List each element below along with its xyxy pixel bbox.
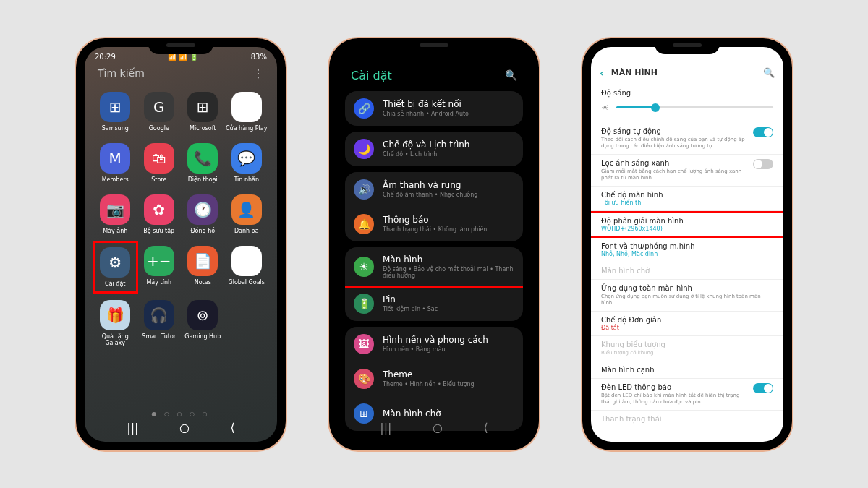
settings-item-theme[interactable]: 🎨ThemeTheme • Hình nền • Biểu tượng [345, 361, 523, 396]
search-icon[interactable]: 🔍 [763, 67, 775, 78]
brightness-slider[interactable] [616, 106, 773, 108]
display-title: MÀN HÌNH [611, 68, 658, 77]
settings-icon: ☀ [354, 257, 374, 277]
app-label: Microsoft [190, 125, 216, 132]
app-tin-nhắn[interactable]: 💬Tin nhắn [225, 139, 269, 187]
app-label: Global Goals [229, 279, 265, 286]
settings-label: Màn hình [383, 254, 514, 265]
app-quà-tặng-galaxy[interactable]: 🎁Quà tặng Galaxy [93, 296, 137, 351]
app-máy-ảnh[interactable]: 📷Máy ảnh [93, 190, 137, 239]
back-icon[interactable]: ‹ [600, 67, 604, 79]
app-icon: 🛍 [144, 143, 174, 174]
status-bar-option[interactable]: Thanh trạng thái [591, 411, 783, 427]
settings-icon: 🔋 [354, 294, 374, 314]
simple-mode[interactable]: Chế độ Đơn giản Đã tắt [591, 312, 783, 336]
app-samsung[interactable]: ⊞Samsung [93, 87, 137, 136]
settings-sub: Chia sẻ nhanh • Android Auto [383, 111, 514, 117]
app-label: Smart Tutor [142, 333, 176, 340]
nav-home[interactable]: ○ [433, 421, 443, 435]
nav-recents[interactable]: ||| [380, 421, 391, 435]
brightness-label: Độ sáng [601, 89, 773, 97]
app-global-goals[interactable]: ◉Global Goals [225, 241, 269, 293]
led-toggle[interactable] [753, 383, 773, 393]
app-gaming-hub[interactable]: ⊚Gaming Hub [181, 296, 225, 351]
settings-icon: 🔗 [354, 98, 374, 119]
phone-2: Cài đặt 🔍 🔗Thiết bị đã kết nốiChia sẻ nh… [329, 38, 539, 450]
font-zoom[interactable]: Font và thu/phóng m.hình Nhỏ, Nhỏ, Mặc đ… [591, 238, 783, 262]
app-smart-tutor[interactable]: 🎧Smart Tutor [137, 296, 182, 351]
app-máy-tính[interactable]: +−Máy tính [137, 241, 182, 293]
nav-bar: ||| ○ ⟨ [85, 418, 277, 437]
auto-brightness-toggle[interactable] [753, 127, 773, 137]
settings-header: Cài đặt 🔍 [338, 64, 530, 91]
app-label: Máy ảnh [103, 228, 127, 234]
app-microsoft[interactable]: ⊞Microsoft [181, 87, 225, 136]
app-label: Máy tính [146, 279, 171, 286]
settings-item-thông-báo[interactable]: 🔔Thông báoThanh trạng thái • Không làm p… [345, 207, 523, 241]
settings-label: Hình nền và phong cách [383, 335, 514, 345]
blue-light-filter[interactable]: Lọc ánh sáng xanh Giảm mỏi mắt bằng cách… [591, 155, 783, 187]
edge-screen[interactable]: Màn hình cạnh [591, 361, 783, 379]
app-icon: M [100, 143, 130, 174]
app-icon: 🕐 [187, 194, 218, 225]
phone-3: ‹ MÀN HÌNH 🔍 Độ sáng ☀ Độ sáng tự động T… [582, 38, 792, 450]
standby-screen[interactable]: Màn hình chờ [591, 262, 783, 280]
app-label: Quà tặng Galaxy [93, 333, 137, 346]
search-bar[interactable]: Tìm kiếm ⋮ [85, 62, 277, 87]
settings-item-âm-thanh-và-rung[interactable]: 🔊Âm thanh và rungChế độ âm thanh • Nhạc … [345, 172, 523, 207]
nav-recents[interactable]: ||| [127, 421, 138, 435]
settings-sub: Chế độ âm thanh • Nhạc chuông [383, 192, 514, 198]
app-icon: 📞 [187, 143, 218, 174]
settings-group: 🔊Âm thanh và rungChế độ âm thanh • Nhạc … [345, 172, 523, 241]
nav-back[interactable]: ⟨ [483, 421, 488, 435]
app-label: Cửa hàng Play [226, 125, 267, 132]
led-notification[interactable]: Đèn LED thông báo Bật đèn LED chỉ báo kh… [591, 379, 783, 411]
settings-icon: 🌙 [354, 139, 374, 159]
settings-item-chế-độ-và-lịch-trình[interactable]: 🌙Chế độ và Lịch trìnhChế độ • Lịch trình [345, 132, 523, 166]
auto-brightness[interactable]: Độ sáng tự động Theo dõi cách điều chỉnh… [591, 123, 783, 155]
app-label: Store [151, 176, 166, 183]
settings-item-thiết-bị-đã-kết-nối[interactable]: 🔗Thiết bị đã kết nốiChia sẻ nhanh • Andr… [345, 91, 523, 126]
app-điện-thoại[interactable]: 📞Điện thoại [181, 139, 225, 187]
settings-sub: Tiết kiệm pin • Sạc [383, 306, 514, 312]
phone-1: 20:29 📶 📶 🔋 83% Tìm kiếm ⋮ ⊞SamsungGGoog… [76, 38, 286, 450]
brightness-icon: ☀ [601, 103, 609, 113]
app-cài-đặt[interactable]: ⚙Cài đặt [93, 241, 137, 293]
settings-sub: Theme • Hình nền • Biểu tượng [383, 381, 514, 388]
app-store[interactable]: 🛍Store [137, 139, 182, 187]
screen-resolution[interactable]: Độ phân giải màn hình WQHD+(2960x1440) [591, 211, 783, 238]
app-icon: 📷 [100, 194, 130, 225]
app-members[interactable]: MMembers [93, 139, 137, 187]
app-google[interactable]: GGoogle [137, 87, 182, 136]
settings-group: 🔗Thiết bị đã kết nốiChia sẻ nhanh • Andr… [345, 91, 523, 126]
app-cửa-hàng-play[interactable]: ▶Cửa hàng Play [225, 87, 269, 136]
brightness-slider-row: ☀ [601, 97, 773, 119]
settings-item-hình-nền-và-phong-cách[interactable]: 🖼Hình nền và phong cáchHình nền • Bảng m… [345, 327, 523, 361]
app-label: Cài đặt [105, 281, 125, 287]
nav-home[interactable]: ○ [179, 421, 190, 435]
app-icon: G [144, 92, 174, 122]
settings-list: 🔗Thiết bị đã kết nốiChia sẻ nhanh • Andr… [338, 91, 530, 431]
nav-back[interactable]: ⟨ [230, 421, 234, 435]
settings-item-màn-hình[interactable]: ☀Màn hìnhĐộ sáng • Bảo vệ cho mắt thoải … [345, 247, 523, 288]
app-icon: 👤 [231, 194, 262, 225]
settings-icon: 🔊 [354, 179, 374, 200]
status-time: 20:29 [95, 53, 116, 61]
more-icon[interactable]: ⋮ [252, 67, 264, 80]
fullscreen-apps[interactable]: Ứng dụng toàn màn hình Chọn ứng dụng bạn… [591, 280, 783, 312]
app-notes[interactable]: 📄Notes [181, 241, 225, 293]
blue-light-toggle[interactable] [753, 159, 773, 169]
display-screen: ‹ MÀN HÌNH 🔍 Độ sáng ☀ Độ sáng tự động T… [591, 47, 783, 442]
app-icon: ⊚ [187, 300, 218, 330]
notch [655, 38, 720, 54]
settings-label: Thông báo [383, 215, 514, 225]
settings-label: Thiết bị đã kết nối [383, 99, 514, 109]
search-icon[interactable]: 🔍 [505, 69, 517, 81]
app-đồng-hồ[interactable]: 🕐Đồng hồ [181, 190, 225, 239]
app-danh-bạ[interactable]: 👤Danh bạ [225, 190, 269, 239]
app-bộ-sưu-tập[interactable]: ✿Bộ sưu tập [137, 190, 182, 239]
screen-mode[interactable]: Chế độ màn hình Tối ưu hiển thị [591, 187, 783, 211]
settings-item-pin[interactable]: 🔋PinTiết kiệm pin • Sạc [345, 286, 523, 321]
settings-label: Màn hình chờ [383, 408, 514, 419]
app-label: Google [149, 125, 169, 132]
